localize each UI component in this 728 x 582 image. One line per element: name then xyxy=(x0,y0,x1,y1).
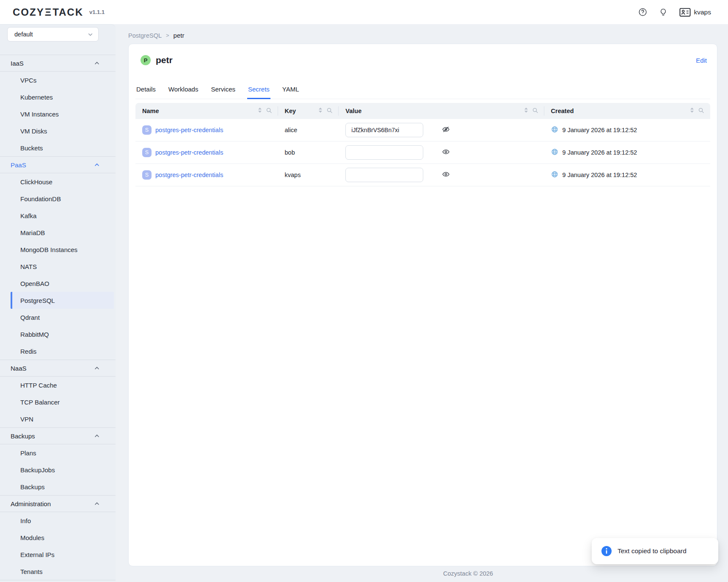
sidebar-item-label: Kafka xyxy=(20,212,36,219)
column-label: Name xyxy=(142,108,159,114)
footer-copyright: Cozystack © 2026 xyxy=(443,570,493,577)
nav-section-administration: Administration Info Modules External IPs… xyxy=(0,495,116,580)
sidebar-item-external-ips[interactable]: External IPs xyxy=(0,546,116,563)
column-header-created: Created xyxy=(544,103,710,119)
sidebar-item-vm-instances[interactable]: VM Instances xyxy=(0,105,116,122)
breadcrumb-parent[interactable]: PostgreSQL xyxy=(128,32,162,39)
main-content: PostgreSQL > petr P petr Edit Details Wo… xyxy=(116,24,728,582)
section-header-administration[interactable]: Administration xyxy=(0,495,116,512)
sidebar-item-plans[interactable]: Plans xyxy=(0,444,116,461)
sidebar-item-clickhouse[interactable]: ClickHouse xyxy=(0,173,116,190)
section-header-naas[interactable]: NaaS xyxy=(0,360,116,377)
secret-value-input[interactable] xyxy=(345,145,423,160)
sidebar-item-tenants[interactable]: Tenants xyxy=(0,563,116,580)
sidebar-item-openbao[interactable]: OpenBAO xyxy=(0,275,116,292)
tab-details[interactable]: Details xyxy=(135,86,157,99)
sidebar-item-label: VM Instances xyxy=(20,111,59,118)
chevron-up-icon xyxy=(94,162,99,167)
sidebar-item-label: PostgreSQL xyxy=(20,297,55,304)
tenant-selector[interactable]: default xyxy=(7,27,99,42)
sidebar-item-qdrant[interactable]: Qdrant xyxy=(0,309,116,326)
help-icon[interactable] xyxy=(638,8,647,17)
show-value-button[interactable] xyxy=(442,170,450,180)
tab-workloads[interactable]: Workloads xyxy=(168,86,199,99)
sort-icon[interactable] xyxy=(318,107,323,115)
secret-value-input[interactable] xyxy=(345,123,423,137)
section-header-iaas[interactable]: IaaS xyxy=(0,55,116,72)
secret-name-link[interactable]: postgres-petr-credentials xyxy=(155,149,223,156)
sidebar-item-label: Kubernetes xyxy=(20,94,53,101)
sort-icon[interactable] xyxy=(258,107,262,115)
sidebar: default IaaS VPCs Kubernetes VM Instance… xyxy=(0,24,116,582)
tab-services[interactable]: Services xyxy=(210,86,236,99)
breadcrumb-current: petr xyxy=(174,32,185,39)
section-label: PaaS xyxy=(11,161,26,169)
sidebar-item-label: Buckets xyxy=(20,144,43,152)
sidebar-item-redis[interactable]: Redis xyxy=(0,343,116,360)
sidebar-item-foundationdb[interactable]: FoundationDB xyxy=(0,190,116,207)
hide-value-button[interactable] xyxy=(442,125,450,135)
user-menu[interactable]: kvaps xyxy=(679,8,711,17)
section-label: IaaS xyxy=(11,60,24,67)
secret-kind-badge: S xyxy=(142,125,152,135)
search-icon[interactable] xyxy=(266,107,272,115)
column-label: Created xyxy=(551,108,574,114)
tab-yaml[interactable]: YAML xyxy=(281,86,300,99)
app-root: COZYΞTACK v1.1.1 kvaps default xyxy=(0,0,728,582)
sidebar-item-rabbitmq[interactable]: RabbitMQ xyxy=(0,326,116,343)
search-icon[interactable] xyxy=(326,107,333,115)
sidebar-item-http-cache[interactable]: HTTP Cache xyxy=(0,377,116,394)
toast-message: Text copied to clipboard xyxy=(618,547,687,555)
sidebar-item-label: MongoDB Instances xyxy=(20,246,77,253)
sort-icon[interactable] xyxy=(524,107,528,115)
topbar-actions: kvaps xyxy=(638,8,711,17)
sidebar-bottom-divider xyxy=(0,580,116,580)
sidebar-item-label: HTTP Cache xyxy=(20,382,57,389)
sidebar-item-nats[interactable]: NATS xyxy=(0,258,116,275)
show-value-button[interactable] xyxy=(442,148,450,157)
column-header-value: Value xyxy=(339,103,544,119)
tab-secrets[interactable]: Secrets xyxy=(247,86,270,99)
info-icon xyxy=(601,546,612,557)
section-header-backups[interactable]: Backups xyxy=(0,427,116,444)
sidebar-item-vpcs[interactable]: VPCs xyxy=(0,72,116,89)
sidebar-item-kubernetes[interactable]: Kubernetes xyxy=(0,89,116,105)
sidebar-item-kafka[interactable]: Kafka xyxy=(0,207,116,224)
search-icon[interactable] xyxy=(532,107,538,115)
user-name: kvaps xyxy=(694,8,711,16)
resource-card: P petr Edit Details Workloads Services S… xyxy=(128,44,717,566)
table-header: Name Key Value xyxy=(135,103,710,119)
lightbulb-icon[interactable] xyxy=(659,8,667,17)
sidebar-item-label: ClickHouse xyxy=(20,178,52,186)
logo-glyph: Ξ xyxy=(45,6,52,18)
sidebar-item-mariadb[interactable]: MariaDB xyxy=(0,224,116,241)
edit-button[interactable]: Edit xyxy=(696,57,707,64)
secret-name-link[interactable]: postgres-petr-credentials xyxy=(155,172,223,178)
sidebar-item-modules[interactable]: Modules xyxy=(0,529,116,546)
sidebar-item-label: Redis xyxy=(20,348,36,355)
secret-value-input[interactable] xyxy=(345,168,423,182)
nav-section-naas: NaaS HTTP Cache TCP Balancer VPN xyxy=(0,360,116,427)
sort-icon[interactable] xyxy=(690,107,694,115)
section-header-paas[interactable]: PaaS xyxy=(0,156,116,173)
sidebar-item-info[interactable]: Info xyxy=(0,512,116,529)
sidebar-item-vpn[interactable]: VPN xyxy=(0,410,116,427)
avatar: P xyxy=(141,55,151,65)
breadcrumb: PostgreSQL > petr xyxy=(128,32,184,39)
sidebar-item-postgresql[interactable]: PostgreSQL xyxy=(11,292,114,309)
created-timestamp: 9 January 2026 at 19:12:52 xyxy=(563,172,637,178)
sidebar-item-mongodb-instances[interactable]: MongoDB Instances xyxy=(0,241,116,258)
secret-key: bob xyxy=(285,149,295,156)
sidebar-item-label: VM Disks xyxy=(20,127,47,135)
globe-icon xyxy=(551,126,558,135)
secret-name-link[interactable]: postgres-petr-credentials xyxy=(155,127,223,133)
sidebar-item-tcp-balancer[interactable]: TCP Balancer xyxy=(0,394,116,410)
search-icon[interactable] xyxy=(698,107,704,115)
table-row: S postgres-petr-credentials kvaps 9 Janu… xyxy=(135,164,710,186)
sidebar-item-vm-disks[interactable]: VM Disks xyxy=(0,122,116,139)
sidebar-item-backupjobs[interactable]: BackupJobs xyxy=(0,461,116,478)
sidebar-item-buckets[interactable]: Buckets xyxy=(0,139,116,156)
sidebar-item-label: BackupJobs xyxy=(20,466,55,474)
sidebar-item-backups[interactable]: Backups xyxy=(0,478,116,495)
table-row: S postgres-petr-credentials bob 9 Januar… xyxy=(135,141,710,164)
